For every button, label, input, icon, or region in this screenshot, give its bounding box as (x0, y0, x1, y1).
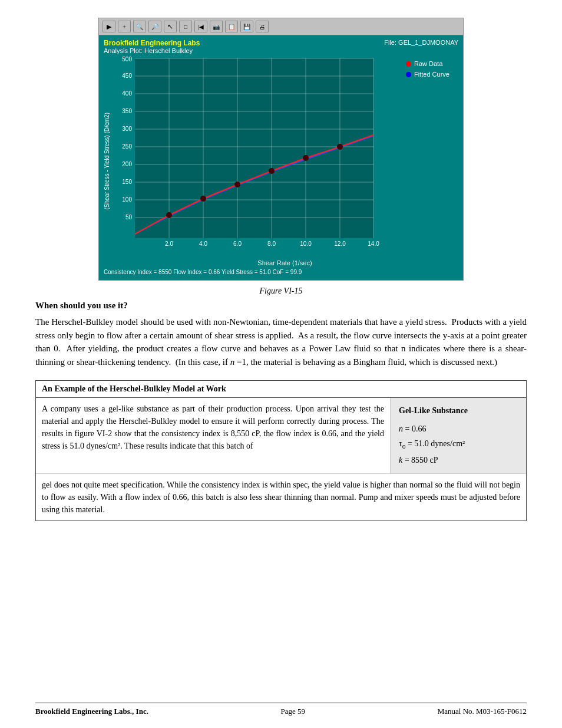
body-text: The Herschel-Bulkley model should be use… (35, 315, 527, 368)
footer-manual: Manual No. M03-165-F0612 (438, 707, 527, 716)
legend-box: Raw Data Fitted Curve (402, 55, 458, 258)
example-box: An Example of the Herschel-Bulkley Model… (35, 380, 527, 521)
svg-text:500: 500 (122, 56, 132, 62)
svg-point-38 (269, 168, 275, 174)
tau-label: το = 51.0 dynes/cm² (399, 439, 465, 448)
camera-btn[interactable]: 📷 (210, 21, 223, 32)
x-axis-label: Shear Rate (1/sec) (111, 259, 458, 266)
chart-header: Brookfield Engineering Labs Analysis Plo… (104, 39, 458, 54)
cursor-btn[interactable]: ↖ (164, 21, 177, 32)
svg-point-40 (337, 144, 343, 150)
legend-raw-data-label: Raw Data (414, 60, 442, 67)
svg-text:100: 100 (122, 196, 132, 203)
svg-text:400: 400 (122, 90, 132, 97)
plot-svg-container: 50 100 150 200 250 300 350 400 450 500 (111, 55, 402, 258)
footer-brand: Brookfield Engineering Labs., Inc. (35, 707, 148, 716)
svg-point-37 (234, 182, 240, 187)
plot-and-legend: 50 100 150 200 250 300 350 400 450 500 (111, 55, 458, 258)
svg-text:14.0: 14.0 (368, 241, 379, 247)
chart-analysis-title: Analysis Plot: Herschel Bulkley (104, 47, 200, 54)
svg-text:250: 250 (122, 143, 132, 150)
chart-plot-area: (Shear Stress - Yield Stress) (D/cm2) (104, 55, 458, 266)
print-btn[interactable]: 🖨 (256, 21, 269, 32)
chart-svg: 50 100 150 200 250 300 350 400 450 500 (111, 55, 382, 256)
svg-text:200: 200 (122, 161, 132, 167)
example-box-content: A company uses a gel-like substance as p… (36, 398, 526, 473)
chart-inner: 50 100 150 200 250 300 350 400 450 500 (111, 55, 458, 266)
legend-fitted-curve-dot (406, 72, 411, 77)
add-btn[interactable]: + (118, 21, 131, 32)
chart-file-name: File: GEL_1_DJMOONAY (384, 39, 458, 46)
legend-raw-data-dot (406, 61, 411, 67)
svg-text:10.0: 10.0 (300, 241, 312, 247)
example-data-line-1: n = 0.66 το = 51.0 dynes/cm² k = 8550 cP (399, 421, 518, 467)
example-data-title: Gel-Like Substance (399, 404, 518, 418)
play-btn[interactable]: ▶ (103, 21, 115, 32)
save-btn[interactable]: 💾 (240, 21, 253, 32)
page-footer: Brookfield Engineering Labs., Inc. Page … (35, 703, 527, 716)
figure-caption: Figure VI-15 (35, 286, 527, 296)
footer-page: Page 59 (281, 707, 306, 716)
svg-point-36 (200, 196, 206, 202)
y-axis-label: (Shear Stress - Yield Stress) (D/cm2) (104, 113, 110, 209)
svg-text:12.0: 12.0 (334, 241, 346, 247)
copy-paste-btn[interactable]: 📋 (225, 21, 238, 32)
chart-toolbar: ▶ + 🔍 🔎 ↖ □ |◀ 📷 📋 💾 🖨 (99, 18, 463, 35)
svg-text:2.0: 2.0 (165, 241, 173, 247)
page: ▶ + 🔍 🔎 ↖ □ |◀ 📷 📋 💾 🖨 Brookfield Engine… (0, 0, 562, 728)
example-box-header: An Example of the Herschel-Bulkley Model… (36, 381, 526, 398)
svg-point-39 (303, 155, 309, 161)
legend-fitted-curve-label: Fitted Curve (414, 71, 449, 78)
example-bottom-text: gel does not quite meet specification. W… (36, 473, 526, 521)
example-text-col: A company uses a gel-like substance as p… (36, 398, 391, 473)
chart-container: ▶ + 🔍 🔎 ↖ □ |◀ 📷 📋 💾 🖨 Brookfield Engine… (98, 18, 464, 281)
svg-text:6.0: 6.0 (233, 241, 242, 247)
k-label: k = 8550 cP (399, 456, 438, 465)
zoom-in-btn[interactable]: 🔍 (133, 21, 146, 32)
example-data-col: Gel-Like Substance n = 0.66 το = 51.0 dy… (391, 398, 526, 473)
chart-body: Brookfield Engineering Labs Analysis Plo… (99, 35, 463, 280)
svg-text:150: 150 (122, 179, 132, 185)
svg-text:450: 450 (122, 73, 132, 79)
svg-text:300: 300 (122, 126, 132, 132)
svg-point-35 (166, 212, 172, 218)
rect-btn[interactable]: □ (179, 21, 192, 32)
legend-fitted-curve: Fitted Curve (406, 71, 456, 78)
n-label: n = 0.66 (399, 424, 426, 433)
svg-text:350: 350 (122, 108, 132, 114)
legend-raw-data: Raw Data (406, 60, 456, 67)
chart-brand: Brookfield Engineering Labs (104, 39, 200, 47)
section-heading: When should you use it? (35, 301, 527, 311)
svg-text:8.0: 8.0 (267, 241, 276, 247)
zoom-out-btn[interactable]: 🔎 (148, 21, 161, 32)
svg-text:50: 50 (125, 214, 133, 220)
chart-footer-stats: Consistency Index = 8550 Flow Index = 0.… (104, 266, 458, 275)
skip-btn[interactable]: |◀ (194, 21, 207, 32)
svg-text:4.0: 4.0 (199, 241, 207, 247)
